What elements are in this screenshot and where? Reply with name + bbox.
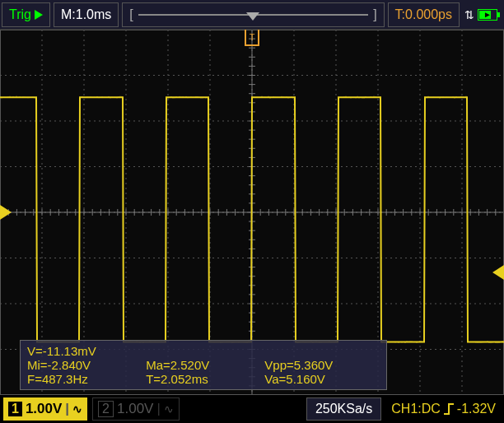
slider-left-bracket: [ [129,7,133,22]
meas-min: Mi=-2.840V [27,358,142,372]
divider: | [156,401,160,417]
trigger-offset-readout[interactable]: T:0.000ps [388,2,460,27]
channel-2-vdiv[interactable]: 2 1.00V | ∿ [92,397,180,421]
coupling-icon: ∿ [164,402,174,416]
coupling-icon: ∿ [72,402,82,416]
channel-1-badge: 1 [8,402,22,416]
channel-2-vdiv-value: 1.00V [117,401,153,417]
trigger-status: Trig [2,2,50,27]
bottom-bar: 1 1.00V | ∿ 2 1.00V | ∿ 250KSa/s CH1:DC … [0,395,504,423]
channel-1-vdiv[interactable]: 1 1.00V | ∿ [3,397,87,421]
trigger-position-marker-icon: T [245,30,259,46]
top-bar: Trig M:1.0ms [ ] T:0.000ps ⇅ ► [0,0,504,30]
rising-edge-icon [444,403,454,415]
meas-vavg: Va=5.160V [264,372,380,386]
charging-icon: ► [483,10,492,19]
meas-period: T=2.052ms [146,372,261,386]
measurements-panel: V=-11.13mV Mi=-2.840V Ma=2.520V Vpp=5.36… [20,340,387,390]
slider-right-bracket: ] [373,7,376,22]
trigger-level-value: -1.32V [457,402,496,416]
horizontal-position-slider[interactable]: [ ] [122,2,384,27]
slider-handle-icon[interactable] [246,12,259,21]
slider-track [138,14,368,16]
channel-zero-marker-icon [0,205,12,220]
waveform-display[interactable]: T V=-11.13mV Mi=-2.840V Ma=2.520V Vpp=5.… [0,30,504,395]
trigger-info[interactable]: CH1:DC -1.32V [386,399,501,419]
run-icon [35,10,43,20]
meas-vmean: V=-11.13mV [27,344,142,358]
timebase-readout[interactable]: M:1.0ms [54,2,119,27]
trigger-level-marker-icon [492,265,504,280]
channel-2-badge: 2 [98,401,114,417]
meas-max: Ma=2.520V [146,358,261,372]
battery-icon: ► [478,9,497,21]
meas-vpp: Vpp=5.360V [264,358,380,372]
trig-label: Trig [9,7,31,22]
sample-rate-readout[interactable]: 250KSa/s [306,397,381,421]
status-icons: ⇅ ► [460,8,502,21]
divider: | [65,401,69,417]
meas-freq: F=487.3Hz [27,372,142,386]
channel-1-vdiv-value: 1.00V [26,401,62,417]
usb-icon: ⇅ [464,8,474,21]
trigger-channel: CH1:DC [391,402,441,416]
